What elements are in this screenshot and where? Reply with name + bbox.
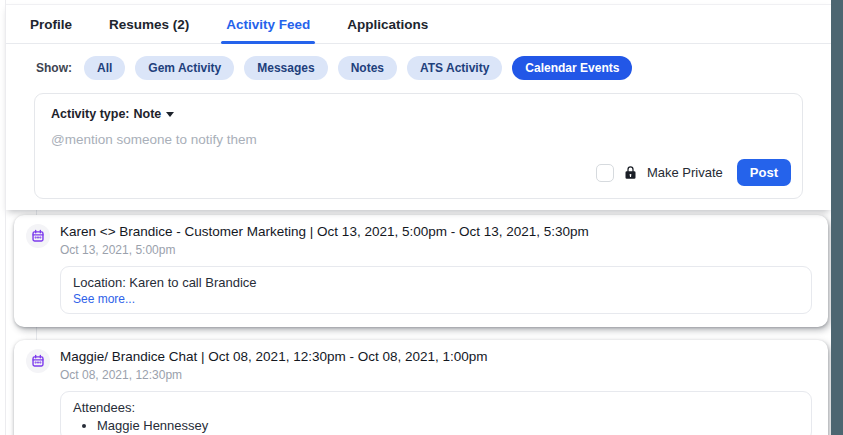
filter-calendar-events[interactable]: Calendar Events — [512, 56, 632, 80]
event-title: Karen <> Brandice - Customer Marketing |… — [60, 224, 814, 239]
event-detail-box: Location: Karen to call Brandice See mor… — [60, 266, 812, 314]
filter-messages[interactable]: Messages — [244, 56, 327, 80]
activity-type-value: Note — [134, 107, 162, 121]
make-private-label: Make Private — [647, 165, 723, 180]
make-private-checkbox[interactable] — [596, 164, 614, 182]
tab-activity-feed[interactable]: Activity Feed — [226, 5, 310, 43]
event-title: Maggie/ Brandice Chat | Oct 08, 2021, 12… — [60, 349, 814, 364]
candidate-profile-panel: Profile Resumes (2) Activity Feed Applic… — [6, 0, 831, 435]
event-location: Location: Karen to call Brandice — [73, 275, 799, 290]
filter-gem-activity[interactable]: Gem Activity — [135, 56, 234, 80]
lock-icon — [623, 165, 638, 180]
event-detail-box: Attendees: Maggie Hennessey — [60, 391, 812, 435]
feed-header: Profile Resumes (2) Activity Feed Applic… — [6, 4, 831, 210]
post-button[interactable]: Post — [737, 159, 791, 186]
note-composer: Activity type: Note @mention someone to … — [34, 93, 803, 199]
calendar-icon — [26, 349, 50, 373]
screen: Profile Resumes (2) Activity Feed Applic… — [0, 0, 843, 435]
event-timestamp: Oct 13, 2021, 5:00pm — [60, 243, 814, 257]
filter-all[interactable]: All — [84, 56, 125, 80]
activity-feed-list: Karen <> Brandice - Customer Marketing |… — [6, 210, 831, 435]
tab-profile[interactable]: Profile — [30, 5, 72, 43]
chevron-down-icon — [166, 112, 174, 117]
calendar-icon — [26, 224, 50, 248]
activity-filter-bar: Show: All Gem Activity Messages Notes AT… — [6, 44, 831, 91]
tab-applications[interactable]: Applications — [347, 5, 428, 43]
composer-actions: Make Private Post — [596, 159, 791, 186]
activity-type-label: Activity type: — [51, 107, 130, 121]
tab-resumes[interactable]: Resumes (2) — [109, 5, 189, 43]
note-input[interactable]: @mention someone to notify them — [51, 132, 786, 147]
attendees-label: Attendees: — [73, 400, 799, 415]
calendar-event-card[interactable]: Karen <> Brandice - Customer Marketing |… — [14, 215, 828, 327]
filter-notes[interactable]: Notes — [338, 56, 397, 80]
tab-bar: Profile Resumes (2) Activity Feed Applic… — [6, 5, 831, 44]
event-timestamp: Oct 08, 2021, 12:30pm — [60, 368, 814, 382]
calendar-event-card[interactable]: Maggie/ Brandice Chat | Oct 08, 2021, 12… — [14, 340, 828, 435]
filter-ats-activity[interactable]: ATS Activity — [407, 56, 502, 80]
left-edge-divider — [5, 0, 6, 435]
see-more-link[interactable]: See more... — [73, 292, 135, 306]
page-backdrop — [831, 0, 843, 435]
attendee-name: Maggie Hennessey — [97, 418, 799, 433]
show-label: Show: — [36, 61, 72, 75]
attendees-list: Maggie Hennessey — [73, 418, 799, 433]
activity-type-dropdown[interactable]: Activity type: Note — [51, 107, 174, 121]
